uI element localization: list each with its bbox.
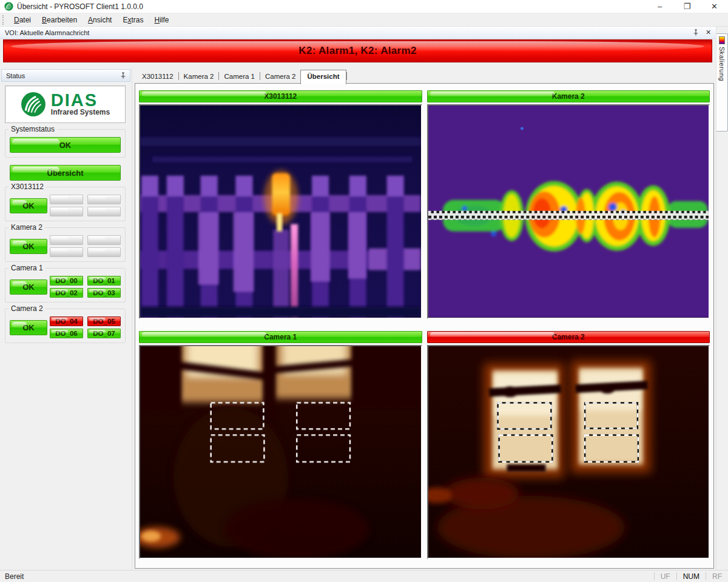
thermal-image-kamera-2[interactable] — [427, 104, 710, 319]
panel-header-camera-2: Camera 2 — [427, 331, 710, 343]
camera-2-ok-button[interactable]: OK — [10, 320, 47, 335]
menu-hilfe[interactable]: Hilfe — [149, 15, 175, 25]
dias-logo: DIAS Infrared Systems — [5, 85, 126, 123]
color-scale-icon — [719, 36, 725, 44]
thermal-image-x3013112[interactable] — [139, 104, 422, 319]
camera-panel-x3013112: X3013112 — [139, 90, 422, 319]
tab-camera-1[interactable]: Camera 1 — [219, 70, 260, 84]
alarm-banner: K2: Alarm1, K2: Alarm2 — [3, 39, 712, 62]
panel-header-kamera-2: Kamera 2 — [427, 90, 710, 102]
do-indicator: DO_00 — [50, 276, 83, 286]
right-dock-strip: Skalierung — [716, 27, 728, 570]
status-bar: Bereit UF NUM RF — [0, 570, 728, 582]
pin-icon[interactable] — [692, 28, 699, 36]
skalierung-label: Skalierung — [718, 47, 726, 81]
dias-swirl-icon — [21, 92, 46, 117]
restore-button[interactable]: ❐ — [673, 0, 701, 13]
group-camera-1-label: Camera 1 — [8, 264, 46, 272]
x3013112-ok-button[interactable]: OK — [10, 198, 47, 213]
camera-panel-kamera-2: Kamera 2 — [427, 90, 710, 319]
indicator — [50, 207, 83, 216]
indicator — [87, 207, 121, 216]
systemstatus-ok-button[interactable]: OK — [10, 137, 121, 153]
systemstatus-label: Systemstatus — [8, 125, 57, 133]
kamera-2-ok-button[interactable]: OK — [10, 239, 47, 254]
menu-extras[interactable]: Extras — [117, 15, 149, 25]
key-indicator-rf: RF — [706, 572, 728, 581]
title-bar: Übersicht - PYROSOFT Client1 1.0.0.0 – ❐… — [0, 0, 728, 13]
camera-panel-camera-1: Camera 1 — [139, 331, 422, 560]
close-icon[interactable]: ✕ — [704, 28, 712, 36]
do-indicator: DO_05 — [87, 316, 121, 326]
group-x3013112-label: X3013112 — [8, 182, 46, 191]
group-camera-1: Camera 1 OK DO_00 DO_01 DO_02 DO_03 — [5, 268, 126, 303]
do-indicator: DO_07 — [87, 329, 121, 338]
close-button[interactable]: ✕ — [701, 0, 728, 13]
panel-header-camera-1: Camera 1 — [139, 331, 422, 343]
indicator — [50, 235, 83, 245]
skalierung-tab[interactable]: Skalierung — [716, 33, 728, 132]
camera-panel-camera-2: Camera 2 — [427, 331, 710, 560]
alarm-message: K2: Alarm1, K2: Alarm2 — [298, 45, 416, 57]
menu-bar: Datei Bearbeiten Ansicht Extras Hilfe — [0, 13, 728, 27]
pyrosoft-window: Übersicht - PYROSOFT Client1 1.0.0.0 – ❐… — [0, 0, 728, 582]
dias-brand-text: DIAS — [51, 92, 110, 108]
tab-uebersicht[interactable]: Übersicht — [300, 70, 346, 84]
main-area: X3013112 Kamera 2 Camera 1 Camera 2 Über… — [132, 68, 716, 570]
panel-header-x3013112: X3013112 — [139, 90, 422, 102]
status-message: Bereit — [0, 572, 24, 581]
key-indicator-num: NUM — [677, 572, 706, 581]
tab-kamera-2[interactable]: Kamera 2 — [179, 70, 219, 84]
alarm-panel: VOI: Aktuelle Alarmnachricht ✕ K2: Alarm… — [0, 27, 716, 65]
indicator — [87, 235, 121, 245]
tab-x3013112[interactable]: X3013112 — [137, 70, 178, 84]
indicator — [50, 195, 83, 204]
do-indicator: DO_02 — [50, 288, 83, 298]
thermal-image-camera-1[interactable] — [139, 345, 422, 560]
menu-ansicht[interactable]: Ansicht — [83, 15, 117, 25]
window-title: Übersicht - PYROSOFT Client1 1.0.0.0 — [17, 2, 143, 11]
overview-tab-page: X3013112 — [135, 83, 714, 569]
indicator — [50, 247, 83, 257]
sidebar-title: Status — [6, 72, 25, 79]
tab-strip: X3013112 Kamera 2 Camera 1 Camera 2 Über… — [132, 68, 716, 84]
group-camera-2-label: Camera 2 — [8, 304, 46, 313]
camera-1-ok-button[interactable]: OK — [10, 279, 47, 295]
menu-grip[interactable] — [2, 15, 5, 25]
menu-bearbeiten[interactable]: Bearbeiten — [36, 15, 83, 25]
group-x3013112: X3013112 OK — [5, 187, 126, 221]
sidebar-pin-icon[interactable] — [119, 72, 127, 79]
group-kamera-2: Kamera 2 OK — [5, 227, 126, 262]
do-indicator: DO_03 — [87, 288, 121, 298]
menu-datei[interactable]: Datei — [8, 15, 36, 25]
status-sidebar: Status DIAS Infrared Systems — [0, 68, 132, 570]
do-indicator: DO_04 — [50, 316, 83, 326]
app-icon — [4, 2, 13, 11]
alarm-panel-title: VOI: Aktuelle Alarmnachricht — [5, 29, 89, 36]
group-camera-2: Camera 2 OK DO_04 DO_05 DO_06 DO_07 — [5, 309, 126, 343]
thermal-image-camera-2[interactable] — [427, 345, 710, 560]
tab-camera-2[interactable]: Camera 2 — [260, 70, 301, 84]
dias-subtitle-text: Infrared Systems — [51, 108, 110, 116]
indicator — [87, 195, 121, 204]
overview-button[interactable]: Übersicht — [10, 165, 121, 181]
minimize-button[interactable]: – — [646, 0, 673, 13]
key-indicator-uf: UF — [655, 572, 676, 581]
indicator — [87, 247, 121, 257]
do-indicator: DO_06 — [50, 329, 83, 338]
group-kamera-2-label: Kamera 2 — [8, 223, 45, 232]
systemstatus-group: Systemstatus OK — [5, 129, 126, 158]
do-indicator: DO_01 — [87, 276, 121, 286]
